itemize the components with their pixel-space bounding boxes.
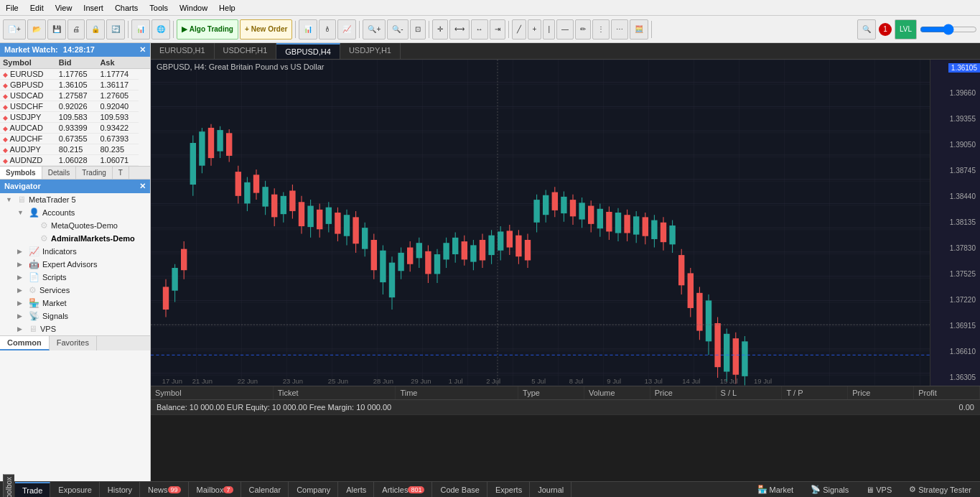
line-tool[interactable]: ╱ (512, 19, 526, 40)
period-sep[interactable]: | (543, 19, 555, 40)
tab-company[interactable]: Company (289, 482, 338, 497)
market-watch-row[interactable]: ◆ GBPUSD 1.36105 1.36117 (0, 80, 150, 90)
nav-item-services[interactable]: ▶ ⚙ Services (0, 284, 150, 297)
nav-item-label: Scripts (42, 273, 67, 282)
mw-tab-symbols[interactable]: Symbols (0, 167, 42, 179)
crosshair-button[interactable]: ✛ (432, 19, 448, 40)
market-watch-row[interactable]: ◆ AUDNZD 1.06028 1.06071 (0, 155, 150, 166)
tab-mailbox[interactable]: Mailbox7 (190, 482, 241, 497)
print-button[interactable]: 🖨 (67, 19, 85, 40)
market-watch-row[interactable]: ◆ AUDCAD 0.93399 0.93422 (0, 123, 150, 134)
new-chart-button[interactable]: 📄+ (3, 19, 26, 40)
menu-help[interactable]: Help (213, 2, 241, 14)
fib-tool[interactable]: ⋮ (592, 19, 610, 40)
svg-rect-72 (416, 243, 422, 258)
chart-canvas[interactable]: GBPUSD, H4: Great Britain Pound vs US Do… (151, 60, 980, 386)
market-watch-tabs: Symbols Details Trading T (0, 166, 150, 179)
menu-file[interactable]: File (0, 2, 24, 14)
menu-insert[interactable]: Insert (78, 2, 109, 14)
tab-articles[interactable]: Articles801 (375, 482, 432, 497)
nav-item-vps[interactable]: ▶ 🖥 VPS (0, 322, 150, 335)
market-btn[interactable]: 🏪 Market (752, 484, 800, 495)
tab-history[interactable]: History (101, 482, 140, 497)
toolbox-label[interactable]: Toolbox (3, 474, 14, 497)
scroll-button[interactable]: ⟷ (449, 19, 470, 40)
search-button[interactable]: 🔍 (857, 19, 876, 40)
tab-trade[interactable]: Trade (15, 482, 50, 497)
chart-type-line[interactable]: 📈 (337, 19, 356, 40)
tab-eurusd-h1[interactable]: EURUSD,H1 (151, 43, 215, 59)
new-order-button[interactable]: + New Order (240, 19, 292, 40)
zoom-in-button[interactable]: 🔍+ (363, 19, 386, 40)
refresh-button[interactable]: 🔄 (106, 19, 125, 40)
account-button[interactable]: LVL (895, 19, 917, 40)
nav-item-scripts[interactable]: ▶ 📄 Scripts (0, 271, 150, 284)
price-label-6: 1.38440 (932, 192, 979, 200)
strategy-tester-btn[interactable]: ⚙ Strategy Tester (903, 484, 977, 495)
market-watch-row[interactable]: ◆ AUDCHF 0.67355 0.67393 (0, 134, 150, 144)
market-watch-row[interactable]: ◆ AUDJPY 80.215 80.235 (0, 144, 150, 155)
global-button[interactable]: 🌐 (151, 19, 170, 40)
menu-edit[interactable]: Edit (24, 2, 50, 14)
vps-btn[interactable]: 🖥 VPS (860, 485, 897, 495)
svg-rect-88 (488, 236, 494, 255)
indicator-tool[interactable]: 🧮 (630, 19, 648, 40)
tab-calendar[interactable]: Calendar (242, 482, 289, 497)
ask-cell: 1.17774 (97, 69, 139, 80)
minus-tool[interactable]: — (556, 19, 574, 40)
tab-gbpusd-h4[interactable]: GBPUSD,H4 (276, 43, 340, 59)
tab-exposure[interactable]: Exposure (51, 482, 99, 497)
notification-badge[interactable]: 1 (879, 23, 892, 36)
fit-button[interactable]: ⊡ (410, 19, 426, 40)
history-center-button[interactable]: 📊 (131, 19, 150, 40)
menu-window[interactable]: Window (174, 2, 213, 14)
nav-item-admiralmarkets-demo[interactable]: ⚙ AdmiralMarkets-Demo (0, 232, 150, 245)
algo-trading-button[interactable]: ▶ Algo Trading (177, 19, 238, 40)
market-watch-row[interactable]: ◆ USDCAD 1.27587 1.27605 (0, 90, 150, 101)
volume-slider[interactable] (920, 24, 977, 35)
svg-text:5 Jul: 5 Jul (531, 377, 546, 385)
mw-tab-details[interactable]: Details (42, 167, 77, 179)
nav-item-signals[interactable]: ▶ 📡 Signals (0, 310, 150, 322)
news-badge: 99 (168, 486, 181, 493)
menu-charts[interactable]: Charts (109, 2, 144, 14)
zoom-out-button[interactable]: 🔍- (387, 19, 408, 40)
nav-item-expert-advisors[interactable]: ▶ 🤖 Expert Advisors (0, 258, 150, 271)
menu-tools[interactable]: Tools (144, 2, 174, 14)
pencil-tool[interactable]: ✏ (575, 19, 591, 40)
market-watch-row[interactable]: ◆ USDJPY 109.583 109.593 (0, 112, 150, 123)
navigator-close[interactable]: ✕ (139, 182, 146, 191)
chart-type-bar[interactable]: 📊 (299, 19, 317, 40)
crosshair-tool[interactable]: + (528, 19, 542, 40)
mw-tab-t[interactable]: T (113, 167, 129, 179)
nav-item-market[interactable]: ▶ 🏪 Market (0, 297, 150, 310)
nav-item-accounts[interactable]: ▼ 👤 Accounts (0, 206, 150, 219)
shift-button[interactable]: ⇥ (490, 19, 505, 40)
open-button[interactable]: 📂 (27, 19, 46, 40)
lock-button[interactable]: 🔒 (86, 19, 105, 40)
more-tools[interactable]: ⋯ (611, 19, 628, 40)
mw-tab-trading[interactable]: Trading (76, 167, 113, 179)
tab-journal[interactable]: Journal (531, 482, 571, 497)
tab-codebase[interactable]: Code Base (433, 482, 487, 497)
nav-item-metaquotes-demo[interactable]: ⚙ MetaQuotes-Demo (0, 219, 150, 232)
tab-usdchf-h1[interactable]: USDCHF,H1 (215, 43, 277, 59)
menu-view[interactable]: View (50, 2, 78, 14)
nav-item-metatrader-5[interactable]: ▼ 🖥 MetaTrader 5 (0, 193, 150, 206)
nav-item-indicators[interactable]: ▶ 📈 Indicators (0, 245, 150, 258)
chart-type-candle[interactable]: 🕯 (319, 19, 336, 40)
tab-alerts[interactable]: Alerts (339, 482, 374, 497)
signals-btn[interactable]: 📡 Signals (805, 484, 854, 495)
th-symbol: Symbol (151, 386, 274, 399)
autoscroll-button[interactable]: ↔ (471, 19, 488, 40)
nav-tab-common[interactable]: Common (0, 336, 50, 350)
tab-usdjpy-h1[interactable]: USDJPY,H1 (340, 43, 401, 59)
nav-tab-favorites[interactable]: Favorites (50, 336, 97, 350)
tab-experts[interactable]: Experts (488, 482, 530, 497)
market-watch-row[interactable]: ◆ USDCHF 0.92026 0.92040 (0, 101, 150, 112)
separator-4 (359, 21, 360, 38)
save-button[interactable]: 💾 (47, 19, 66, 40)
market-watch-row[interactable]: ◆ EURUSD 1.17765 1.17774 (0, 69, 150, 80)
market-watch-close[interactable]: ✕ (139, 45, 146, 55)
tab-news[interactable]: News99 (141, 482, 189, 497)
